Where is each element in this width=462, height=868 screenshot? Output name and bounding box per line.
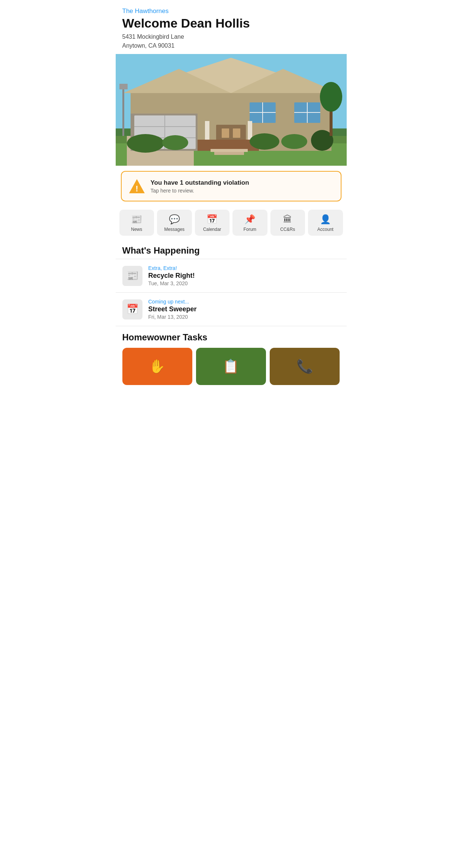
calendar-label: Calendar <box>203 227 221 232</box>
tasks-section-title: Homewowner Tasks <box>122 332 340 343</box>
happening-item-recycle[interactable]: 📰 Extra, Extra! Recycle Right! Tue, Mar … <box>116 259 347 293</box>
svg-point-30 <box>250 133 279 150</box>
svg-point-28 <box>127 134 164 153</box>
svg-point-34 <box>320 82 342 112</box>
house-image <box>116 54 347 166</box>
ccrs-label: CC&Rs <box>280 227 295 232</box>
violation-title: You have 1 outstanding violation <box>151 179 249 187</box>
house-illustration <box>116 54 347 166</box>
community-name: The Hawthornes <box>122 7 340 15</box>
nav-item-account[interactable]: 👤 Account <box>308 210 343 236</box>
recycle-text: Extra, Extra! Recycle Right! Tue, Mar 3,… <box>148 265 195 286</box>
task-card-requests-task[interactable]: 📋 <box>196 348 266 385</box>
street-sweeper-date: Fri, Mar 13, 2020 <box>148 314 197 320</box>
task-card-payments-task[interactable]: 📞 <box>270 348 340 385</box>
whats-happening-title: What's Happening <box>116 242 347 259</box>
account-icon: 👤 <box>320 215 331 224</box>
nav-item-ccrs[interactable]: 🏛 CC&Rs <box>270 210 305 236</box>
svg-text:!: ! <box>135 184 138 193</box>
nav-item-forum[interactable]: 📌 Forum <box>232 210 267 236</box>
welcome-title: Welcome Dean Hollis <box>122 16 340 30</box>
street-sweeper-category: Coming up next... <box>148 299 197 305</box>
street-sweeper-title: Street Sweeper <box>148 305 197 313</box>
violation-banner[interactable]: ! You have 1 outstanding violation Tap h… <box>121 171 341 201</box>
warning-icon: ! <box>128 178 145 195</box>
nav-item-news[interactable]: 📰 News <box>119 210 154 236</box>
news-label: News <box>131 227 142 232</box>
recycle-date: Tue, Mar 3, 2020 <box>148 280 195 286</box>
forum-icon: 📌 <box>244 215 256 224</box>
requests-task-icon: 📋 <box>222 359 239 374</box>
svg-rect-36 <box>119 84 128 89</box>
violation-text: You have 1 outstanding violation Tap her… <box>151 179 249 194</box>
payments-task-icon: 📞 <box>296 359 313 374</box>
recycle-title: Recycle Right! <box>148 272 195 280</box>
happening-item-street-sweeper[interactable]: 📅 Coming up next... Street Sweeper Fri, … <box>116 293 347 326</box>
account-label: Account <box>317 227 333 232</box>
violation-subtitle: Tap here to review. <box>151 188 249 194</box>
news-icon: 📰 <box>131 215 142 224</box>
messages-label: Messages <box>164 227 185 232</box>
address: 5431 Mockingbird Lane Anytown, CA 90031 <box>122 32 340 50</box>
svg-rect-26 <box>211 149 248 152</box>
tasks-section: Homewowner Tasks ✋📋📞 <box>116 326 347 385</box>
violations-task-icon: ✋ <box>149 359 166 374</box>
quick-nav: 📰 News 💬 Messages 📅 Calendar 📌 Forum 🏛 C… <box>116 207 347 242</box>
street-sweeper-text: Coming up next... Street Sweeper Fri, Ma… <box>148 299 197 320</box>
nav-item-messages[interactable]: 💬 Messages <box>157 210 192 236</box>
ccrs-icon: 🏛 <box>283 215 292 224</box>
page-header: The Hawthornes Welcome Dean Hollis 5431 … <box>116 0 347 54</box>
svg-point-31 <box>281 134 307 149</box>
street-sweeper-icon: 📅 <box>122 299 142 319</box>
svg-rect-16 <box>233 128 240 138</box>
address-line2: Anytown, CA 90031 <box>122 42 175 49</box>
tasks-grid: ✋📋📞 <box>122 348 340 385</box>
forum-label: Forum <box>243 227 256 232</box>
task-card-violations-task[interactable]: ✋ <box>122 348 192 385</box>
svg-rect-27 <box>214 152 244 155</box>
happening-list: 📰 Extra, Extra! Recycle Right! Tue, Mar … <box>116 259 347 326</box>
svg-point-29 <box>162 135 188 150</box>
messages-icon: 💬 <box>169 215 180 224</box>
recycle-category: Extra, Extra! <box>148 265 195 271</box>
address-line1: 5431 Mockingbird Lane <box>122 34 184 40</box>
nav-item-calendar[interactable]: 📅 Calendar <box>195 210 230 236</box>
recycle-icon: 📰 <box>122 266 142 286</box>
svg-rect-35 <box>122 84 124 136</box>
calendar-icon: 📅 <box>206 215 218 224</box>
svg-rect-15 <box>222 128 229 138</box>
